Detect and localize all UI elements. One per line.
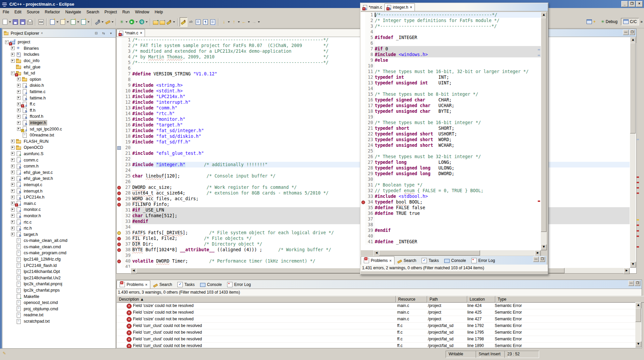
scroll-up-icon[interactable]: ▲ <box>635 302 641 308</box>
tree-item-cs-make-program-cmd[interactable]: cs-make_program.cmd <box>2 250 116 256</box>
tree-item-lpc2148-12mhz-cfg[interactable]: lpc2148_12MHz.cfg <box>2 256 116 263</box>
column-header-description[interactable]: Description ▲ <box>117 296 396 303</box>
tree-expander-icon[interactable] <box>17 121 21 125</box>
tree-expander-icon[interactable] <box>17 96 21 100</box>
tree-item-monitor-c[interactable]: monitor.c <box>2 207 116 213</box>
error-marker-icon[interactable] <box>117 237 121 241</box>
overview-mark[interactable] <box>637 182 639 183</box>
profile-button[interactable]: Q <box>138 18 148 26</box>
build-hammer-button[interactable] <box>94 18 104 26</box>
tree-item-rtc-h[interactable]: rtc.h <box>2 225 116 232</box>
tree-item-sd-spi-lpc2000-c[interactable]: !sd_spi_lpc2000.c <box>2 126 116 132</box>
tree-item-lpc214x-h[interactable]: LPC214x.h <box>2 194 116 201</box>
tree-item-proj-objdump-cmd[interactable]: proj_objdump.cmd <box>2 306 116 312</box>
minimize-button[interactable]: _ <box>621 1 628 7</box>
open-resource-button[interactable] <box>159 18 166 26</box>
tree-item-ffconf-h[interactable]: ffconf.h <box>2 113 116 120</box>
restore-button[interactable]: ❐ <box>629 1 635 7</box>
tree-expander-icon[interactable] <box>17 77 21 81</box>
tree-item-scratchpad-txt[interactable]: scratchpad.txt <box>2 318 116 325</box>
problem-row[interactable]: ×Field 'curr_clust' could not be resolve… <box>117 323 642 329</box>
tab-integer-h[interactable]: ×integer.h× <box>384 3 415 11</box>
tab-console[interactable]: Console <box>442 257 469 265</box>
overview-mark[interactable] <box>637 236 639 237</box>
minimize-view-icon[interactable]: — <box>533 257 539 262</box>
collapse-all-icon[interactable]: ⊟ <box>94 31 99 36</box>
tree-expander-icon[interactable] <box>17 108 21 112</box>
tab-error-log[interactable]: Error Log <box>224 281 254 289</box>
column-header-path[interactable]: Path <box>427 296 467 303</box>
tree-item-lpc2148chanfat-uv2[interactable]: lpc2148chanfat.Uv2 <box>2 275 116 281</box>
maximize-view-icon[interactable]: ❒ <box>629 30 635 35</box>
tree-expander-icon[interactable] <box>17 127 21 131</box>
tree-item-diskio-h[interactable]: diskio.h <box>2 82 116 89</box>
overview-mark[interactable] <box>637 176 639 178</box>
tree-item-integer-h[interactable]: integer.h <box>2 120 116 126</box>
project-explorer-tab-close[interactable]: × <box>41 31 43 35</box>
tree-expander-icon[interactable] <box>11 202 15 205</box>
scroll-up-icon[interactable]: ▲ <box>630 37 636 43</box>
tree-item-fattime-c[interactable]: fattime.c <box>2 89 116 95</box>
show-whitespace-toggle[interactable]: ab <box>187 18 194 26</box>
tree-item-includes[interactable]: Includes <box>2 51 116 58</box>
tree-expander-icon[interactable] <box>11 139 15 143</box>
search-flashlight-button[interactable] <box>104 18 114 26</box>
tab-main-c[interactable]: × *main.c × <box>117 29 145 37</box>
dropdown-arrow-icon[interactable] <box>126 21 128 23</box>
link-with-editor-icon[interactable]: ⇆ <box>101 31 106 36</box>
overview-mark[interactable] <box>637 139 639 140</box>
tab-problems[interactable]: Problems× <box>117 280 150 289</box>
menu-file[interactable]: File <box>0 9 12 15</box>
dropdown-arrow-icon[interactable] <box>238 21 240 23</box>
problem-row[interactable]: ×Field 'curr_clust' could not be resolve… <box>117 336 642 343</box>
float-horizontal-scrollbar[interactable]: ◀ ▶ <box>373 250 541 256</box>
menu-project[interactable]: Project <box>102 9 120 15</box>
tree-expander-icon[interactable] <box>11 164 15 168</box>
tree-item-lpc2k-chanfat-pnps[interactable]: lpc2k_chanfat.pnps <box>2 287 116 294</box>
scroll-right-icon[interactable]: ▶ <box>624 268 630 274</box>
dropdown-arrow-icon[interactable] <box>102 21 104 23</box>
tree-expander-icon[interactable] <box>11 146 15 149</box>
tab-problems[interactable]: Problems× <box>361 256 394 265</box>
problem-row[interactable]: ×Field 'curr_clust' could not be resolve… <box>117 329 642 336</box>
new-cpp-project-button[interactable] <box>59 18 69 26</box>
menu-help[interactable]: Help <box>152 9 166 15</box>
error-marker-icon[interactable] <box>117 243 121 246</box>
tree-item-fattime-h[interactable]: fattime.h <box>2 95 116 101</box>
dropdown-arrow-icon[interactable] <box>258 21 260 23</box>
tree-item-lpc2k-chanfat-pnproj[interactable]: lpc2k_chanfat.pnproj <box>2 281 116 287</box>
problem-row[interactable]: ×Field 'csize' could not be resolvedmain… <box>117 316 642 323</box>
tree-item-project[interactable]: ×project <box>2 39 116 45</box>
error-marker-icon[interactable] <box>117 192 121 195</box>
tree-item-cs-make-clean-cmd[interactable]: cs-make_clean.cmd <box>2 244 116 250</box>
overview-mark[interactable] <box>637 246 639 248</box>
tree-expander-icon[interactable] <box>11 71 15 75</box>
dropdown-arrow-icon[interactable] <box>136 21 138 23</box>
dropdown-arrow-icon[interactable] <box>112 21 114 23</box>
column-header-resource[interactable]: Resource <box>396 296 427 303</box>
tree-expander-icon[interactable] <box>11 220 15 224</box>
tree-item-ff-h[interactable]: ff.h <box>2 107 116 114</box>
tree-item-openocd-test-cmd[interactable]: openocd_test.cmd <box>2 300 116 306</box>
show-source-of-selected-3[interactable] <box>209 18 216 26</box>
open-perspective-button[interactable]: + <box>585 18 598 25</box>
tab-tasks[interactable]: ✓Tasks <box>175 281 197 289</box>
tab-close-icon[interactable]: × <box>410 5 412 10</box>
tree-expander-icon[interactable] <box>11 170 15 174</box>
maximize-view-icon[interactable]: ❒ <box>539 257 545 262</box>
maximize-view-icon[interactable]: ❒ <box>635 281 640 286</box>
scroll-left-icon[interactable]: ◀ <box>373 250 379 256</box>
tree-item-lpc2148chanfat-opt[interactable]: lpc2148chanfat.Opt <box>2 269 116 275</box>
scroll-left-icon[interactable]: ◀ <box>131 268 137 274</box>
back-button[interactable]: ← <box>240 18 251 26</box>
status-pencil-icon[interactable]: ✎ <box>3 351 8 356</box>
tree-expander-icon[interactable] <box>11 208 15 212</box>
tree-expander-icon[interactable] <box>11 59 15 63</box>
tree-expander-icon[interactable] <box>11 233 15 236</box>
error-marker-icon[interactable] <box>117 260 121 263</box>
scroll-down-icon[interactable]: ▼ <box>635 341 641 347</box>
tree-expander-icon[interactable] <box>11 227 15 230</box>
tree-expander-icon[interactable] <box>11 158 15 162</box>
show-source-of-selected-1[interactable] <box>194 18 202 26</box>
tree-expander-icon[interactable] <box>11 152 15 155</box>
